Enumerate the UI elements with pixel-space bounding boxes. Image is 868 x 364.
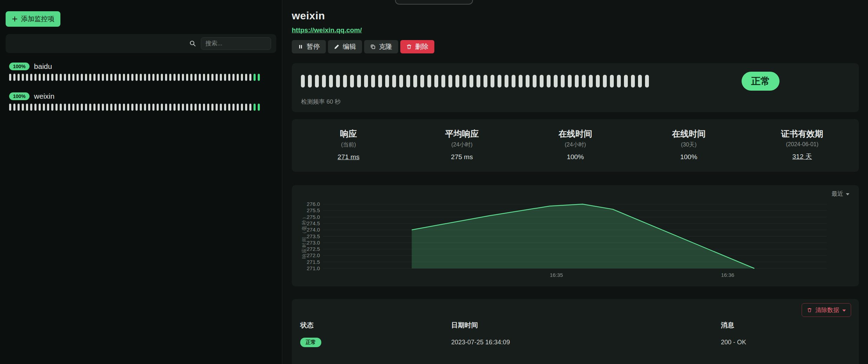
clear-data-label: 清除数据	[815, 306, 839, 314]
chevron-down-icon	[846, 193, 849, 195]
stat-value: 312 天	[745, 152, 859, 161]
stat-sub: (2024-06-01)	[745, 141, 859, 148]
chart-card: 最近 276.0275.5275.0274.5274.0273.5273.027…	[292, 185, 859, 286]
svg-text:271.5: 271.5	[307, 259, 320, 265]
status-badge: 正常	[300, 338, 321, 347]
uptime-badge: 100%	[9, 92, 29, 100]
svg-text:16:36: 16:36	[721, 272, 735, 278]
stat-title: 在线时间	[519, 128, 632, 139]
action-buttons: 暂停 编辑 克隆 删除	[292, 40, 859, 53]
top-center-tab	[395, 0, 473, 5]
search-icon	[189, 40, 196, 47]
page-title: weixin	[292, 10, 859, 22]
stat-sub: (30天)	[632, 141, 745, 149]
stat-title: 在线时间	[632, 128, 745, 139]
stat-uptime-24h: 在线时间 (24小时) 100%	[519, 128, 632, 161]
stat-title: 响应	[292, 128, 405, 139]
clone-icon	[370, 44, 376, 50]
monitor-name: baidu	[34, 62, 52, 71]
table-row: 正常 2023-07-25 16:34:09 200 - OK	[300, 338, 850, 347]
uptime-badge: 100%	[9, 63, 29, 70]
pause-button[interactable]: 暂停	[292, 40, 326, 53]
events-table: 状态 日期时间 消息 正常 2023-07-25 16:34:09 200 - …	[300, 321, 850, 347]
monitor-list: 100% baidu 100% weixin	[6, 60, 276, 115]
trash-icon	[807, 307, 812, 313]
app-root: 添加监控项 100% baidu 100% weixin	[0, 0, 868, 364]
edit-button[interactable]: 编辑	[328, 40, 362, 53]
header-message: 消息	[721, 321, 850, 330]
trash-icon	[406, 44, 412, 50]
svg-text:273.5: 273.5	[307, 233, 320, 239]
svg-text:274.0: 274.0	[307, 227, 320, 233]
heartbeat-bar	[9, 74, 273, 81]
stat-avg-response: 平均响应 (24小时) 275 ms	[405, 128, 519, 161]
svg-text:275.5: 275.5	[307, 207, 320, 213]
svg-text:274.5: 274.5	[307, 220, 320, 226]
stat-title: 平均响应	[405, 128, 519, 139]
svg-text:271.0: 271.0	[307, 265, 320, 271]
events-card: 清除数据 状态 日期时间 消息 正常 2023-07-25 16:34:09 2…	[292, 299, 859, 364]
delete-label: 删除	[415, 42, 428, 51]
plus-icon	[12, 16, 18, 22]
monitor-detail: weixin https://weixin.qq.com/ 暂停 编辑 克隆	[282, 0, 868, 364]
stat-uptime-30d: 在线时间 (30天) 100%	[632, 128, 745, 161]
delete-button[interactable]: 删除	[400, 40, 434, 53]
heartbeat-bar-large	[301, 75, 649, 87]
pause-label: 暂停	[307, 42, 320, 51]
add-monitor-label: 添加监控项	[21, 14, 54, 24]
svg-text:16:35: 16:35	[550, 272, 563, 278]
heartbeat-bar	[9, 104, 273, 111]
monitor-url-link[interactable]: https://weixin.qq.com/	[292, 26, 362, 34]
check-frequency: 检测频率 60 秒	[301, 98, 850, 106]
header-datetime: 日期时间	[451, 321, 721, 330]
events-table-header: 状态 日期时间 消息	[300, 321, 850, 330]
response-time-chart: 276.0275.5275.0274.5274.0273.5273.0272.5…	[300, 190, 850, 282]
stats-card: 响应 (当前) 271 ms 平均响应 (24小时) 275 ms 在线时间 (…	[292, 119, 859, 172]
header-status: 状态	[300, 321, 451, 330]
stat-value: 100%	[519, 153, 632, 161]
chevron-down-icon	[842, 310, 846, 312]
monitor-list-item-baidu[interactable]: 100% baidu	[6, 60, 276, 85]
sidebar: 添加监控项 100% baidu 100% weixin	[0, 0, 282, 364]
clone-label: 克隆	[379, 42, 392, 51]
monitor-list-header	[6, 34, 276, 53]
pause-icon	[298, 44, 303, 50]
search-input[interactable]	[201, 37, 271, 50]
clear-data-button[interactable]: 清除数据	[802, 303, 851, 317]
monitor-name: weixin	[34, 92, 54, 100]
stat-value: 271 ms	[292, 153, 405, 161]
add-monitor-button[interactable]: 添加监控项	[6, 11, 60, 27]
heartbeat-card: 正常 检测频率 60 秒	[292, 63, 859, 112]
stat-value: 100%	[632, 153, 745, 161]
chart-range-selector[interactable]: 最近	[831, 190, 849, 198]
svg-text:273.0: 273.0	[307, 240, 320, 246]
edit-label: 编辑	[343, 42, 356, 51]
status-badge: 正常	[742, 72, 780, 91]
svg-text:275.0: 275.0	[307, 214, 320, 220]
stat-value: 275 ms	[405, 153, 519, 161]
event-datetime: 2023-07-25 16:34:09	[451, 339, 721, 346]
stat-cert-expiry: 证书有效期 (2024-06-01) 312 天	[745, 128, 859, 161]
edit-icon	[334, 44, 340, 50]
stat-title: 证书有效期	[745, 128, 859, 139]
stat-sub: (当前)	[292, 141, 405, 149]
svg-text:272.0: 272.0	[307, 252, 320, 258]
clone-button[interactable]: 克隆	[364, 40, 398, 53]
stat-sub: (24小时)	[519, 141, 632, 149]
stat-response: 响应 (当前) 271 ms	[292, 128, 405, 161]
stat-sub: (24小时)	[405, 141, 519, 149]
monitor-list-item-weixin[interactable]: 100% weixin	[6, 90, 276, 115]
svg-text:272.5: 272.5	[307, 246, 320, 252]
event-message: 200 - OK	[721, 339, 850, 346]
svg-text:响应时间（毫秒）: 响应时间（毫秒）	[301, 214, 307, 259]
svg-text:276.0: 276.0	[307, 201, 320, 207]
range-label: 最近	[831, 190, 843, 198]
